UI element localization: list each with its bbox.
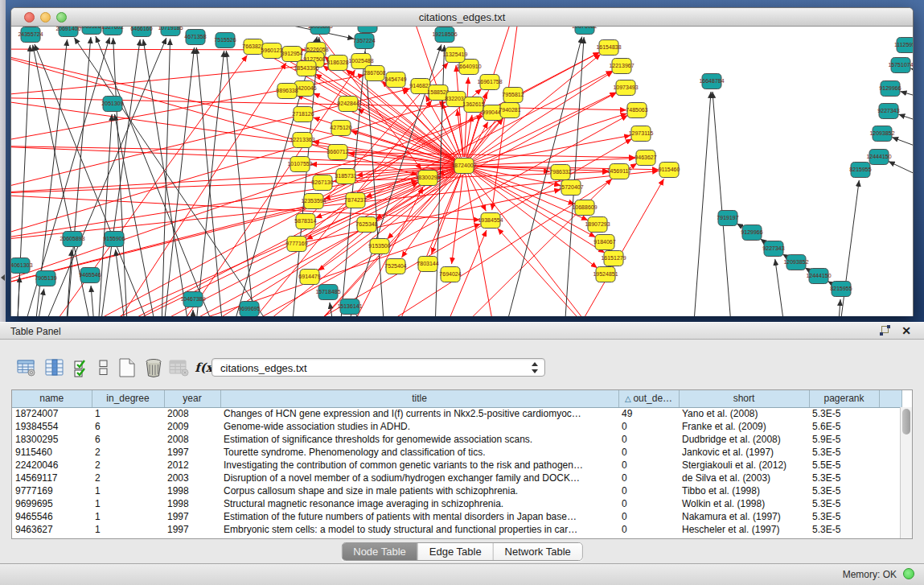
network-view-window[interactable]: citations_edges.txt 18724007183002951938… bbox=[10, 7, 914, 316]
column-header-short[interactable]: short bbox=[679, 390, 809, 407]
column-header-filler[interactable] bbox=[879, 390, 901, 407]
select-rows-icon[interactable] bbox=[71, 357, 93, 378]
table-type-tabs-row: Node TableEdge TableNetwork Table bbox=[0, 541, 924, 563]
table-cell: 9777169 bbox=[12, 484, 92, 497]
column-header-title[interactable]: title bbox=[220, 390, 618, 407]
table-cell bbox=[879, 459, 901, 472]
column-header-in_degree[interactable]: in_degree bbox=[92, 390, 164, 407]
table-cell: 2009 bbox=[164, 420, 220, 433]
table-selector-combobox[interactable]: citations_edges.txt bbox=[211, 358, 545, 377]
node-label: 2718126 bbox=[292, 111, 314, 117]
node-label: 20691406 bbox=[55, 27, 80, 31]
node-label: 15720407 bbox=[558, 184, 583, 190]
node-label: 10107553 bbox=[287, 161, 312, 167]
combobox-stepper-icon[interactable] bbox=[531, 360, 540, 375]
node-label: 19384554 bbox=[478, 217, 503, 223]
node-label: 7625348 bbox=[355, 221, 377, 227]
node-label: 1362615 bbox=[462, 101, 484, 107]
table-cell: 5.3E-5 bbox=[809, 472, 879, 484]
node-label: 16151279 bbox=[601, 255, 626, 261]
new-table-icon[interactable] bbox=[116, 357, 138, 378]
window-titlebar[interactable]: citations_edges.txt bbox=[11, 8, 913, 27]
table-cell: Structural magnetic resonance image aver… bbox=[220, 497, 618, 510]
table-cell bbox=[879, 523, 901, 536]
table-cell bbox=[879, 420, 901, 433]
table-cell: 1997 bbox=[164, 510, 220, 523]
table-row[interactable]: 2242004622012Investigating the contribut… bbox=[12, 459, 901, 472]
table-row[interactable]: 977716911998Corpus callosum shape and si… bbox=[12, 484, 901, 497]
data-table[interactable]: namein_degreeyeartitle△ out_de…shortpage… bbox=[12, 390, 902, 536]
collapse-arrow-icon[interactable] bbox=[1, 274, 5, 281]
table-cell: 0 bbox=[618, 420, 679, 433]
table-cell: 2 bbox=[92, 472, 164, 484]
table-row[interactable]: 1938455462009Genome-wide association stu… bbox=[12, 420, 901, 433]
column-header-pagerank[interactable]: pagerank bbox=[809, 390, 879, 407]
table-row[interactable]: 911546021997Tourette syndrome. Phenomeno… bbox=[12, 446, 901, 459]
control-panel-collapsed-strip[interactable] bbox=[0, 0, 6, 322]
node-label: 9699695 bbox=[238, 306, 260, 311]
node-label: 9227343 bbox=[877, 108, 899, 113]
float-panel-icon[interactable] bbox=[879, 326, 890, 336]
table-row[interactable]: 946554611997Estimation of the future num… bbox=[12, 510, 901, 523]
delete-table-icon[interactable] bbox=[142, 357, 165, 378]
node-label: 5960123 bbox=[261, 47, 282, 53]
node-label: 18300295 bbox=[415, 175, 440, 180]
node-label: 7694024 bbox=[439, 271, 461, 277]
scrollbar-thumb[interactable] bbox=[902, 409, 910, 435]
table-row[interactable]: 1456911722003Disruption of a novel membe… bbox=[12, 472, 901, 484]
application-desktop: citations_edges.txt 18724007183002951938… bbox=[0, 0, 924, 322]
table-cell: 0 bbox=[618, 472, 679, 484]
node-label: 3185731 bbox=[335, 173, 356, 179]
node-label: 12093852 bbox=[783, 259, 808, 265]
node-label: 9153500 bbox=[368, 243, 390, 249]
column-header-year[interactable]: year bbox=[164, 390, 220, 407]
table-cell: 6 bbox=[92, 433, 164, 446]
node-label: 7986332 bbox=[549, 169, 571, 175]
table-cell: Yano et al. (2008) bbox=[679, 407, 809, 420]
node-label: 10467389 bbox=[180, 296, 205, 302]
table-cell: 9465546 bbox=[12, 510, 92, 523]
table-row[interactable]: 1830029562008Estimation of significance … bbox=[12, 433, 901, 446]
table-row[interactable]: 1872400712008Changes of HCN gene express… bbox=[12, 407, 901, 420]
node-label: 2051309 bbox=[101, 101, 123, 106]
tab-network-table[interactable]: Network Table bbox=[494, 543, 582, 560]
table-cell: 5.3E-5 bbox=[809, 446, 879, 459]
network-canvas[interactable]: 1872400718300295193845547663822596012339… bbox=[11, 27, 913, 316]
node-label: 9465546 bbox=[79, 272, 101, 278]
table-type-segmented-control[interactable]: Node TableEdge TableNetwork Table bbox=[341, 542, 583, 561]
table-cell: 5.3E-5 bbox=[809, 523, 879, 536]
table-settings-icon[interactable] bbox=[15, 357, 38, 378]
table-cell: 0 bbox=[618, 497, 679, 510]
node-label: 11125955 bbox=[894, 42, 913, 47]
network-nodes[interactable]: 1872400718300295193845547663822596012339… bbox=[11, 27, 913, 316]
table-row[interactable]: 969969511998Structural magnetic resonanc… bbox=[12, 497, 901, 510]
import-table-icon[interactable] bbox=[168, 357, 191, 378]
node-label: 16640910 bbox=[456, 64, 481, 69]
table-cell: 0 bbox=[618, 484, 679, 497]
table-vertical-scrollbar[interactable] bbox=[900, 407, 912, 538]
node-label: 9227343 bbox=[762, 245, 784, 251]
node-label: 7905139 bbox=[35, 275, 56, 281]
row-height-icon[interactable] bbox=[92, 357, 115, 378]
citation-network-graph[interactable]: 1872400718300295193845547663822596012339… bbox=[11, 27, 913, 316]
table-cell: Hescheler et al. (1997) bbox=[679, 523, 809, 536]
node-attribute-table[interactable]: namein_degreeyeartitle△ out_de…shortpage… bbox=[11, 389, 913, 539]
table-cell: Dudbridge et al. (2008) bbox=[679, 433, 809, 446]
node-label: 11325419 bbox=[443, 51, 468, 57]
table-row[interactable]: 946362711997Embryonic stem cells: a mode… bbox=[12, 523, 901, 536]
node-label: 16053803 bbox=[307, 27, 332, 29]
close-panel-icon[interactable]: ✕ bbox=[901, 324, 911, 337]
node-label: 9777169 bbox=[285, 241, 307, 246]
tab-edge-table[interactable]: Edge Table bbox=[418, 543, 494, 560]
table-cell: Disruption of a novel member of a sodium… bbox=[220, 472, 618, 484]
tab-node-table[interactable]: Node Table bbox=[342, 543, 418, 560]
node-label: 10688609 bbox=[572, 204, 597, 210]
column-header-out_de…[interactable]: △ out_de… bbox=[618, 390, 679, 407]
column-header-name[interactable]: name bbox=[12, 390, 92, 407]
node-label: 2867608 bbox=[363, 70, 385, 76]
table-cell: 2 bbox=[92, 446, 164, 459]
show-columns-icon[interactable] bbox=[43, 357, 66, 378]
node-label: 14569117 bbox=[607, 168, 632, 174]
table-cell: 9115460 bbox=[12, 446, 92, 459]
table-cell: 1 bbox=[92, 484, 164, 497]
